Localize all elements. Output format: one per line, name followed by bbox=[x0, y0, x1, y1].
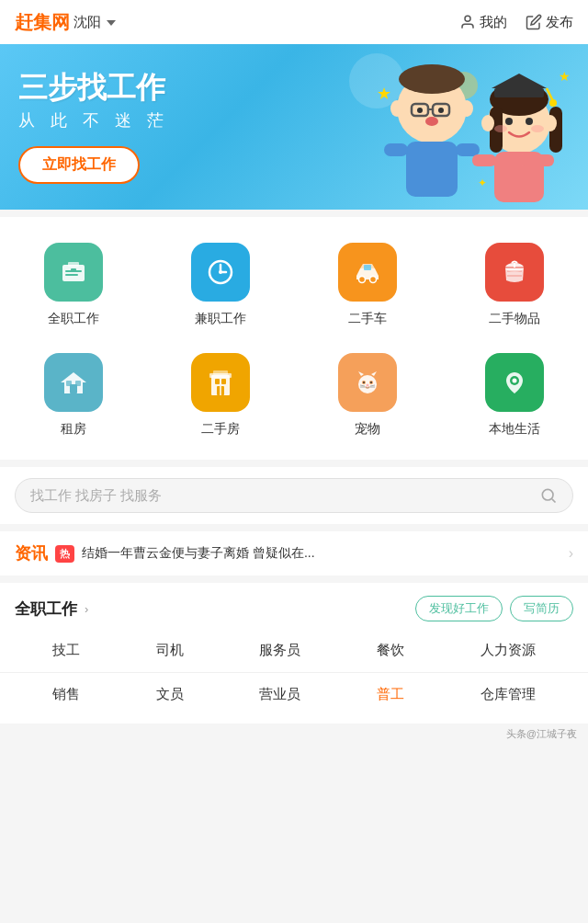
usedhouse-label: 二手房 bbox=[201, 421, 240, 438]
banner-text-area: 三步找工作 从 此 不 迷 茫 立即找工作 bbox=[18, 70, 169, 183]
svg-point-67 bbox=[367, 384, 369, 387]
job-tag-3[interactable]: 餐饮 bbox=[369, 638, 412, 663]
user-icon bbox=[459, 14, 476, 30]
category-usedcar[interactable]: 二手车 bbox=[294, 232, 441, 342]
job-tag-4[interactable]: 人力资源 bbox=[473, 638, 543, 663]
svg-rect-37 bbox=[65, 274, 78, 276]
local-label: 本地生活 bbox=[489, 421, 540, 438]
svg-marker-72 bbox=[358, 371, 364, 376]
svg-rect-29 bbox=[472, 154, 496, 166]
svg-rect-12 bbox=[384, 143, 408, 156]
my-label: 我的 bbox=[480, 14, 507, 31]
svg-rect-30 bbox=[519, 154, 554, 166]
svg-point-65 bbox=[363, 382, 365, 383]
rental-label: 租房 bbox=[61, 421, 86, 438]
search-icon bbox=[539, 486, 558, 505]
job-tag-8[interactable]: 普工 bbox=[369, 682, 412, 707]
usedgoods-icon bbox=[485, 243, 544, 302]
publish-icon bbox=[526, 14, 542, 30]
usedhouse-icon bbox=[191, 353, 250, 412]
jobs-title-area[interactable]: 全职工作 › bbox=[15, 598, 88, 620]
svg-point-43 bbox=[359, 277, 366, 283]
news-label: 资讯 bbox=[15, 542, 48, 564]
app-logo[interactable]: 赶集网 bbox=[15, 10, 70, 35]
banner-title: 三步找工作 bbox=[18, 70, 169, 105]
header-left: 赶集网 沈阳 bbox=[15, 10, 116, 35]
svg-point-24 bbox=[494, 125, 507, 132]
job-tags-row-1: 技工 司机 服务员 餐饮 人力资源 bbox=[15, 634, 573, 672]
app-header: 赶集网 沈阳 我的 发布 bbox=[0, 0, 588, 44]
job-tags-row-2: 销售 文员 营业员 普工 仓库管理 bbox=[15, 673, 573, 711]
svg-point-6 bbox=[417, 108, 423, 113]
jobs-section: 全职工作 › 发现好工作 写简历 技工 司机 服务员 餐饮 人力资源 销售 文员… bbox=[0, 583, 588, 724]
city-chevron-icon[interactable] bbox=[107, 20, 116, 26]
news-section[interactable]: 资讯 热 结婚一年曹云金便与妻子离婚 曾疑似在... › bbox=[0, 531, 588, 575]
search-bar[interactable]: 找工作 找房子 找服务 bbox=[15, 478, 573, 513]
svg-rect-54 bbox=[75, 381, 81, 386]
category-parttime[interactable]: 兼职工作 bbox=[147, 232, 294, 342]
job-tag-6[interactable]: 文员 bbox=[149, 682, 191, 707]
job-tag-0[interactable]: 技工 bbox=[45, 638, 87, 663]
news-arrow-icon: › bbox=[569, 545, 573, 562]
city-selector-label[interactable]: 沈阳 bbox=[74, 14, 101, 31]
svg-rect-61 bbox=[213, 370, 228, 375]
jobs-section-title: 全职工作 bbox=[15, 598, 77, 620]
svg-point-23 bbox=[526, 118, 533, 125]
job-tag-7[interactable]: 营业员 bbox=[252, 682, 308, 707]
svg-rect-45 bbox=[364, 265, 371, 270]
svg-point-2 bbox=[399, 64, 465, 94]
header-right: 我的 发布 bbox=[459, 14, 573, 31]
hero-banner: 三步找工作 从 此 不 迷 茫 立即找工作 bbox=[0, 44, 588, 210]
usedcar-label: 二手车 bbox=[348, 311, 387, 327]
svg-point-75 bbox=[513, 379, 517, 383]
write-resume-button[interactable]: 写简历 bbox=[510, 596, 573, 621]
svg-point-76 bbox=[542, 489, 553, 500]
svg-text:★: ★ bbox=[559, 69, 571, 84]
svg-point-7 bbox=[438, 108, 444, 113]
hot-badge: 热 bbox=[55, 545, 74, 563]
svg-point-22 bbox=[505, 118, 513, 125]
svg-point-26 bbox=[481, 115, 494, 131]
pet-icon bbox=[338, 353, 397, 412]
svg-point-42 bbox=[219, 270, 222, 274]
parttime-icon bbox=[191, 243, 250, 302]
job-tag-1[interactable]: 司机 bbox=[149, 638, 191, 663]
local-icon bbox=[485, 353, 544, 412]
svg-point-44 bbox=[370, 277, 377, 283]
usedgoods-label: 二手物品 bbox=[489, 311, 540, 327]
svg-rect-38 bbox=[71, 268, 76, 272]
svg-point-66 bbox=[370, 382, 372, 383]
svg-text:★: ★ bbox=[377, 85, 391, 103]
banner-illustration: ★ ★ ✦ bbox=[349, 53, 588, 210]
job-tag-5[interactable]: 销售 bbox=[45, 682, 87, 707]
svg-rect-57 bbox=[221, 379, 226, 384]
svg-rect-11 bbox=[406, 142, 458, 197]
svg-point-8 bbox=[425, 117, 438, 126]
svg-point-9 bbox=[390, 100, 403, 117]
search-section: 找工作 找房子 找服务 bbox=[0, 467, 588, 524]
category-section: 全职工作 兼职工作 bbox=[0, 217, 588, 460]
svg-point-0 bbox=[465, 16, 470, 21]
category-fulltime[interactable]: 全职工作 bbox=[0, 232, 147, 342]
jobs-more-icon: › bbox=[85, 602, 88, 616]
job-tag-2[interactable]: 服务员 bbox=[252, 638, 308, 663]
search-placeholder-text: 找工作 找房子 找服务 bbox=[30, 487, 532, 505]
svg-point-21 bbox=[549, 99, 557, 107]
publish-button[interactable]: 发布 bbox=[526, 14, 573, 31]
banner-cta-button[interactable]: 立即找工作 bbox=[18, 146, 140, 184]
svg-point-25 bbox=[531, 125, 544, 132]
my-button[interactable]: 我的 bbox=[459, 14, 507, 31]
category-usedgoods[interactable]: 二手物品 bbox=[441, 232, 588, 342]
rental-icon bbox=[44, 353, 103, 412]
category-pet[interactable]: 宠物 bbox=[294, 342, 441, 452]
category-rental[interactable]: 租房 bbox=[0, 342, 147, 452]
category-local[interactable]: 本地生活 bbox=[441, 342, 588, 452]
jobs-header: 全职工作 › 发现好工作 写简历 bbox=[15, 596, 573, 621]
category-usedhouse[interactable]: 二手房 bbox=[147, 342, 294, 452]
banner-subtitle: 从 此 不 迷 茫 bbox=[18, 109, 169, 131]
job-tag-9[interactable]: 仓库管理 bbox=[473, 682, 543, 707]
discover-jobs-button[interactable]: 发现好工作 bbox=[415, 596, 503, 621]
category-grid: 全职工作 兼职工作 bbox=[0, 232, 588, 452]
svg-point-10 bbox=[460, 100, 473, 117]
fulltime-icon bbox=[44, 243, 103, 302]
